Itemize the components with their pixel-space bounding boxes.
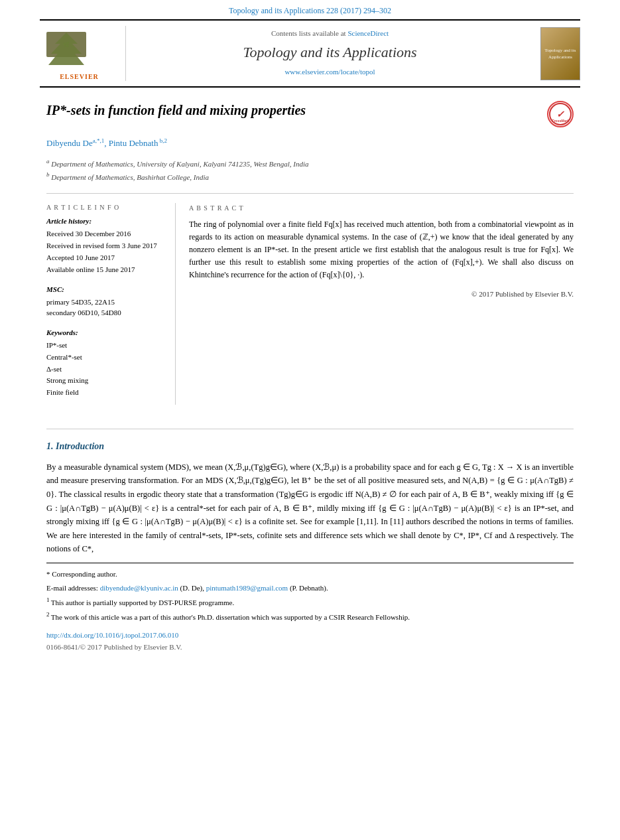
keyword-2: Central*-set bbox=[46, 352, 166, 363]
sciencedirect-link[interactable]: ScienceDirect bbox=[347, 29, 389, 37]
affiliation-a: a Department of Mathematics, University … bbox=[46, 157, 574, 170]
history-accepted: Accepted 10 June 2017 bbox=[46, 253, 166, 263]
affiliation-b: b Department of Mathematics, Bashirhat C… bbox=[46, 170, 574, 183]
msc-section: MSC: primary 54D35, 22A15 secondary 06D1… bbox=[46, 285, 166, 318]
elsevier-logo-container: 🌿 ELSEVIER bbox=[43, 31, 116, 77]
affiliations: a Department of Mathematics, University … bbox=[46, 157, 574, 184]
keywords-section: Keywords: IP*-set Central*-set Δ-set Str… bbox=[46, 328, 166, 399]
msc-secondary: secondary 06D10, 54D80 bbox=[46, 308, 166, 318]
keywords-label: Keywords: bbox=[46, 328, 166, 338]
svg-text:CrossMark: CrossMark bbox=[552, 119, 569, 123]
abstract-column: A B S T R A C T The ring of polynomial o… bbox=[189, 203, 574, 405]
footnote-1-text: This author is partially supported by DS… bbox=[51, 598, 234, 606]
crossmark-icon: ✓ CrossMark bbox=[548, 102, 572, 126]
footnote-star-text: Corresponding author. bbox=[52, 570, 117, 578]
footnote-star: * Corresponding author. bbox=[46, 569, 574, 580]
footnote-1: 1 This author is partially supported by … bbox=[46, 596, 574, 608]
cover-text: Topology and its Applications bbox=[541, 46, 580, 62]
intro-paragraph-1: By a measurable dynamical system (MDS), … bbox=[46, 460, 574, 556]
contents-text: Contents lists available at bbox=[271, 29, 346, 37]
keyword-3: Δ-set bbox=[46, 364, 166, 375]
email-link-debnath[interactable]: pintumath1989@gmail.com bbox=[206, 584, 288, 592]
doi-section: http://dx.doi.org/10.1016/j.topol.2017.0… bbox=[0, 625, 620, 657]
journal-title-banner: Topology and its Applications bbox=[139, 42, 521, 63]
abstract-text: The ring of polynomial over a finite fie… bbox=[189, 218, 574, 282]
paper-content: IP*-sets in function field and mixing pr… bbox=[0, 88, 620, 418]
msc-primary: primary 54D35, 22A15 bbox=[46, 297, 166, 308]
issn-line: 0166-8641/© 2017 Published by Elsevier B… bbox=[46, 642, 574, 653]
section-number: 1. bbox=[46, 441, 54, 451]
publisher-logo: 🌿 ELSEVIER bbox=[40, 26, 126, 81]
history-received: Received 30 December 2016 bbox=[46, 229, 166, 240]
footnote-2-text: The work of this article was a part of t… bbox=[51, 613, 410, 621]
section-divider bbox=[46, 429, 574, 429]
contents-line: Contents lists available at ScienceDirec… bbox=[139, 29, 521, 39]
crossmark-badge[interactable]: ✓ CrossMark bbox=[547, 101, 574, 127]
title-text: IP*-sets in function field and mixing pr… bbox=[46, 101, 306, 120]
elsevier-tree-icon: 🌿 bbox=[43, 31, 90, 67]
footnotes-section: * Corresponding author. E-mail addresses… bbox=[46, 563, 574, 622]
section-heading: 1. Introduction bbox=[46, 440, 574, 453]
email-link-de[interactable]: dibyendude@klyuniv.ac.in bbox=[100, 584, 178, 592]
svg-text:✓: ✓ bbox=[556, 109, 565, 119]
copyright-line: © 2017 Published by Elsevier B.V. bbox=[189, 289, 574, 300]
footnote-2: 2 The work of this article was a part of… bbox=[46, 610, 574, 622]
journal-url-link[interactable]: www.elsevier.com/locate/topol bbox=[284, 68, 375, 76]
footnote-email-name-debnath: (P. Debnath). bbox=[290, 584, 328, 592]
footnote-2-marker: 2 bbox=[46, 611, 51, 618]
article-info-title: A R T I C L E I N F O bbox=[46, 203, 166, 213]
article-info-column: A R T I C L E I N F O Article history: R… bbox=[46, 203, 176, 405]
introduction-section: 1. Introduction By a measurable dynamica… bbox=[0, 440, 620, 556]
history-label: Article history: bbox=[46, 216, 166, 227]
article-body-grid: A R T I C L E I N F O Article history: R… bbox=[46, 193, 574, 405]
journal-cover-image: Topology and its Applications bbox=[540, 27, 580, 80]
footnote-email: E-mail addresses: dibyendude@klyuniv.ac.… bbox=[46, 583, 574, 594]
keyword-4: Strong mixing bbox=[46, 376, 166, 386]
paper-title: IP*-sets in function field and mixing pr… bbox=[46, 101, 574, 127]
publisher-banner: 🌿 ELSEVIER Contents lists available at S… bbox=[40, 19, 580, 88]
journal-citation: Topology and its Applications 228 (2017)… bbox=[0, 0, 620, 19]
doi-link[interactable]: http://dx.doi.org/10.1016/j.topol.2017.0… bbox=[46, 631, 178, 639]
history-online: Available online 15 June 2017 bbox=[46, 265, 166, 275]
msc-label: MSC: bbox=[46, 285, 166, 295]
keyword-1: IP*-set bbox=[46, 340, 166, 351]
footnote-star-marker: * bbox=[46, 570, 52, 578]
footnote-email-label: E-mail addresses: bbox=[46, 584, 100, 592]
journal-info-center: Contents lists available at ScienceDirec… bbox=[126, 26, 534, 81]
authors-line: Dibyendu Dea,*,1, Pintu Debnath b,2 bbox=[46, 137, 574, 150]
footnote-email-name-de: (D. De), bbox=[180, 584, 206, 592]
section-title: Introduction bbox=[56, 441, 104, 451]
journal-cover: Topology and its Applications bbox=[534, 26, 580, 81]
footnote-1-marker: 1 bbox=[46, 596, 51, 603]
history-revised: Received in revised form 3 June 2017 bbox=[46, 241, 166, 251]
article-history: Article history: Received 30 December 20… bbox=[46, 216, 166, 275]
keyword-5: Finite field bbox=[46, 387, 166, 398]
elsevier-text: ELSEVIER bbox=[43, 72, 116, 82]
abstract-title: A B S T R A C T bbox=[189, 203, 574, 213]
citation-text: Topology and its Applications 228 (2017)… bbox=[229, 6, 391, 15]
